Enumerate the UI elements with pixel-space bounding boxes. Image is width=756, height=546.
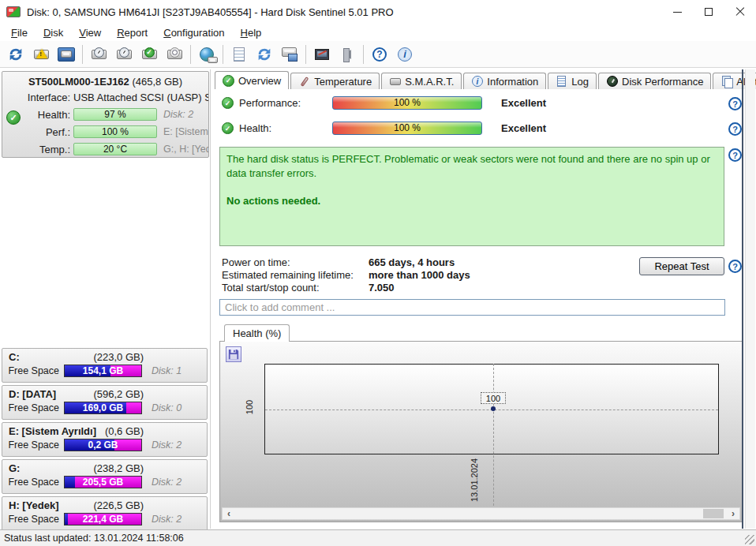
menu-file[interactable]: File — [3, 25, 36, 40]
disk-short-test-icon — [92, 50, 107, 59]
sidebar-splitter[interactable] — [210, 69, 211, 529]
app-icon — [6, 6, 21, 17]
interface-label: Interface: — [2, 92, 70, 103]
perf-label: Perf.: — [2, 126, 70, 138]
free-space-label: Free Space — [2, 477, 64, 488]
partition-size: (0,6 GB) — [105, 425, 144, 437]
partition-e[interactable]: E: [Sistem Ayrıldı](0,6 GB) Free Space 0… — [2, 422, 208, 457]
toolbar-separator — [305, 45, 306, 64]
disk-warning-icon — [34, 50, 49, 59]
health-label: Health: — [239, 122, 332, 134]
sync-button[interactable] — [252, 43, 277, 66]
main-tabs: Overview Temperature S.M.A.R.T. i Inform… — [215, 71, 756, 89]
disk-detect-button[interactable] — [54, 43, 79, 66]
tab-overview[interactable]: Overview — [215, 71, 289, 89]
save-chart-button[interactable] — [226, 346, 241, 362]
disk-status-ok-icon — [6, 110, 21, 125]
log-page-icon — [557, 76, 566, 87]
status-help-icon[interactable] — [728, 148, 742, 162]
menu-configuration[interactable]: Configuration — [155, 25, 232, 40]
partition-size: (226,5 GB) — [93, 499, 144, 511]
maximize-icon — [705, 8, 713, 16]
title-bar: Disk: 0, SAMSUNG HM641JI [S23TJ9AB405554… — [0, 0, 756, 24]
remaining-lifetime-value: more than 1000 days — [369, 269, 470, 281]
quick-test-button[interactable]: ✓ — [137, 43, 162, 66]
partition-disk-number: Disk: 0 — [152, 402, 182, 413]
network-share-button[interactable] — [277, 43, 302, 66]
right-splitter[interactable] — [742, 69, 743, 529]
help-button[interactable]: ? — [367, 43, 392, 66]
disk-quick-test-icon: ✓ — [142, 50, 157, 59]
short-selftest-button[interactable] — [86, 43, 111, 66]
free-space-label: Free Space — [2, 365, 64, 376]
power-on-time-value: 665 days, 4 hours — [369, 256, 455, 268]
chart-tab-health[interactable]: Health (%) — [224, 324, 290, 342]
start-stop-count-label: Total start/stop count: — [222, 282, 369, 294]
partition-c[interactable]: C:(223,0 GB) Free Space 154,1 GB Disk: 1 — [2, 348, 208, 383]
free-space-bar: 221,4 GB — [64, 513, 142, 525]
performance-help-icon[interactable] — [728, 97, 742, 110]
partition-name: H: [Yedek] — [9, 499, 59, 511]
tab-information[interactable]: i Information — [463, 73, 546, 89]
extended-selftest-button[interactable] — [111, 43, 137, 66]
refresh-button[interactable] — [3, 43, 28, 66]
menu-report[interactable]: Report — [109, 25, 155, 40]
report-button[interactable] — [226, 43, 252, 66]
disk-summary-panel[interactable]: ST500LM000-1EJ162 (465,8 GB) Interface: … — [2, 71, 209, 158]
performance-ok-icon — [222, 97, 234, 109]
comment-input[interactable] — [219, 299, 725, 316]
surface-test-button[interactable] — [162, 43, 187, 66]
free-space-bar: 0,2 GB — [64, 439, 142, 451]
power-on-time-label: Power on time: — [222, 256, 369, 268]
performance-bar: 100 % — [332, 96, 482, 110]
maximize-button[interactable] — [693, 0, 724, 24]
menu-disk[interactable]: Disk — [36, 25, 71, 40]
performance-row: Performance: 100 % Excellent — [222, 96, 546, 110]
network-globe-icon — [200, 47, 214, 62]
status-last-updated: Status last updated: 13.01.2024 11:58:06 — [4, 533, 184, 544]
disk-alert-button[interactable] — [28, 43, 54, 66]
network-share-icon — [282, 47, 298, 62]
repeat-test-button[interactable]: Repeat Test — [639, 257, 724, 275]
floppy-icon — [228, 349, 239, 360]
menu-help[interactable]: Help — [233, 25, 270, 40]
y-axis-tick: 100 — [245, 400, 254, 414]
partition-g[interactable]: G:(238,2 GB) Free Space 205,5 GB Disk: 2 — [2, 459, 208, 494]
health-help-icon[interactable] — [728, 122, 742, 136]
toolbar-separator — [363, 45, 364, 64]
network-disks-button[interactable] — [194, 43, 219, 66]
scrollbar-thumb[interactable] — [703, 509, 724, 518]
start-stop-count-value: 7.050 — [369, 282, 395, 294]
partition-size: (223,0 GB) — [93, 351, 144, 363]
test-help-icon[interactable] — [728, 260, 742, 273]
partition-name: G: — [9, 462, 20, 474]
chart-scrollbar[interactable]: ‹ › — [222, 507, 740, 520]
vertical-scrollbar[interactable] — [745, 69, 755, 529]
settings-button[interactable] — [309, 43, 335, 66]
tab-log[interactable]: Log — [548, 73, 597, 89]
scroll-right-icon[interactable]: › — [727, 508, 739, 519]
tab-temperature[interactable]: Temperature — [290, 73, 380, 89]
tab-smart[interactable]: S.M.A.R.T. — [381, 73, 462, 89]
free-space-label: Free Space — [2, 439, 64, 451]
scroll-left-icon[interactable]: ‹ — [223, 508, 235, 519]
disk-number-label: Disk: 2 — [163, 109, 208, 120]
disk-status-textbox[interactable]: The hard disk status is PERFECT. Problem… — [219, 147, 724, 246]
menu-view[interactable]: View — [71, 25, 109, 40]
minimize-button[interactable] — [661, 0, 693, 24]
partition-disk-number: Disk: 1 — [152, 365, 182, 376]
report-icon — [234, 47, 245, 62]
perf-mini-bar: 100 % — [73, 125, 157, 138]
sounds-button[interactable] — [335, 43, 360, 66]
about-button[interactable]: i — [392, 43, 417, 66]
alerts-pages-icon — [722, 76, 732, 87]
close-button[interactable] — [724, 0, 756, 24]
health-bar: 100 % — [332, 122, 482, 135]
tab-disk-performance[interactable]: Disk Performance — [598, 73, 711, 89]
resize-grip[interactable] — [745, 535, 754, 544]
free-space-label: Free Space — [2, 402, 64, 413]
partition-d[interactable]: D: [DATA](596,2 GB) Free Space 169,0 GB … — [2, 385, 208, 420]
menu-bar: File Disk View Report Configuration Help — [0, 24, 756, 41]
disk-surface-test-icon — [167, 50, 182, 59]
partition-h[interactable]: H: [Yedek](226,5 GB) Free Space 221,4 GB… — [2, 496, 208, 531]
